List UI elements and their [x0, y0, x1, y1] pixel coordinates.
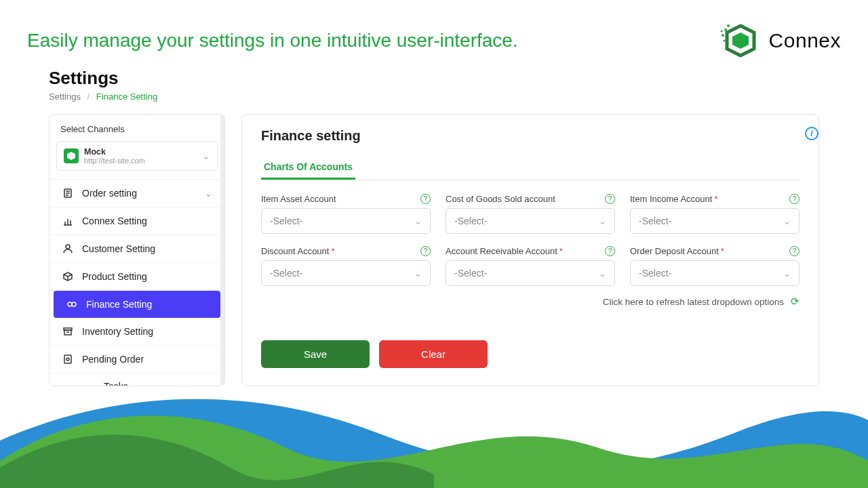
select-cogs-account[interactable]: -Select-⌄ [446, 208, 615, 234]
chevron-down-icon: ⌄ [414, 268, 422, 279]
tab-charts-of-accounts[interactable]: Charts Of Accounts [261, 156, 355, 180]
sidebar-item-label: Connex Setting [82, 216, 147, 226]
svg-point-11 [72, 302, 76, 306]
info-icon[interactable]: i [805, 127, 818, 140]
help-icon[interactable]: ? [420, 246, 431, 256]
breadcrumb-separator: / [87, 92, 90, 102]
field-order-deposit-account: Order Deposit Account*? -Select-⌄ [630, 246, 800, 286]
sidebar-item-label: Inventory Setting [82, 326, 153, 337]
sidebar-nav: Order setting ⌄ Connex Setting Customer … [50, 179, 224, 386]
svg-point-3 [722, 34, 724, 37]
breadcrumb: Settings / Finance Setting [49, 92, 819, 102]
sidebar-item-customer-setting[interactable]: Customer Setting [50, 235, 224, 263]
pending-icon [62, 353, 74, 365]
select-discount-account[interactable]: -Select-⌄ [261, 260, 431, 286]
channel-name: Mock [84, 147, 197, 157]
svg-point-4 [723, 40, 725, 42]
chevron-down-icon: ⌄ [202, 150, 210, 161]
bar-chart-icon [62, 215, 74, 227]
select-item-income-account[interactable]: -Select-⌄ [630, 208, 800, 234]
main-panel: Finance setting i Charts Of Accounts Ite… [241, 114, 819, 386]
refresh-icon[interactable]: ⟳ [791, 296, 800, 308]
user-icon [62, 243, 74, 255]
decorative-wave [0, 373, 868, 488]
sidebar-item-label: Finance Setting [86, 299, 152, 310]
field-label: Discount Account [261, 246, 329, 256]
svg-point-15 [66, 358, 69, 361]
sidebar: Select Channels Mock http://test-site.co… [49, 114, 225, 386]
field-cogs-account: Cost of Goods Sold account? -Select-⌄ [446, 194, 615, 234]
required-indicator: * [331, 246, 334, 256]
clear-button[interactable]: Clear [379, 340, 488, 368]
brand: Connex [720, 20, 841, 61]
field-item-income-account: Item Income Account*? -Select-⌄ [630, 194, 800, 234]
sidebar-item-label: Tasks [104, 381, 128, 386]
sidebar-item-order-setting[interactable]: Order setting ⌄ [50, 180, 224, 207]
chevron-down-icon: ⌄ [783, 268, 791, 279]
main-title: Finance setting [261, 128, 800, 144]
field-label: Item Asset Account [261, 194, 336, 204]
brand-name: Connex [769, 29, 841, 52]
required-indicator: * [721, 246, 724, 256]
page-title: Settings [49, 68, 819, 89]
field-account-receivable: Account Receivable Account*? -Select-⌄ [446, 246, 615, 286]
required-indicator: * [559, 246, 563, 256]
field-label: Cost of Goods Sold account [446, 194, 555, 204]
clipboard-icon [62, 187, 74, 199]
sidebar-item-label: Order setting [82, 188, 137, 199]
field-discount-account: Discount Account*? -Select-⌄ [261, 246, 431, 286]
help-icon[interactable]: ? [605, 194, 615, 204]
help-icon[interactable]: ? [605, 246, 615, 256]
required-indicator: * [714, 194, 717, 204]
chevron-down-icon: ⌄ [414, 216, 422, 226]
select-item-asset-account[interactable]: -Select-⌄ [261, 208, 431, 234]
sidebar-item-pending-order[interactable]: Pending Order [50, 346, 224, 373]
box-icon [62, 270, 74, 283]
channel-icon [64, 148, 79, 163]
channel-selector[interactable]: Mock http://test-site.com ⌄ [56, 141, 218, 171]
channel-url: http://test-site.com [84, 157, 197, 165]
sidebar-item-label: Product Setting [82, 271, 147, 282]
sidebar-item-finance-setting[interactable]: Finance Setting [54, 291, 220, 318]
svg-point-6 [720, 30, 722, 33]
archive-icon [62, 325, 74, 338]
svg-point-9 [66, 245, 70, 249]
select-account-receivable[interactable]: -Select-⌄ [446, 260, 615, 286]
help-icon[interactable]: ? [420, 194, 431, 204]
breadcrumb-root[interactable]: Settings [49, 92, 81, 102]
chevron-down-icon: ⌄ [599, 268, 606, 279]
help-icon[interactable]: ? [789, 246, 800, 256]
sidebar-item-product-setting[interactable]: Product Setting [50, 263, 224, 291]
svg-point-2 [724, 28, 727, 31]
sidebar-item-connex-setting[interactable]: Connex Setting [50, 207, 224, 235]
svg-marker-1 [732, 33, 749, 49]
brand-logo-icon [720, 20, 761, 61]
sidebar-item-tasks[interactable]: Tasks [50, 373, 224, 386]
sidebar-item-inventory-setting[interactable]: Inventory Setting [50, 318, 224, 346]
chevron-down-icon: ⌄ [783, 216, 791, 226]
field-label: Item Income Account [630, 194, 712, 204]
svg-rect-14 [64, 355, 71, 363]
sidebar-channels-label: Select Channels [50, 124, 224, 141]
finance-icon [66, 298, 78, 310]
chevron-down-icon: ⌄ [599, 216, 606, 226]
sidebar-item-label: Customer Setting [82, 243, 155, 254]
sidebar-item-label: Pending Order [82, 354, 144, 365]
tagline: Easily manage your settings in one intui… [27, 30, 518, 52]
field-label: Order Deposit Account [630, 246, 719, 256]
save-button[interactable]: Save [261, 340, 370, 368]
help-icon[interactable]: ? [789, 194, 800, 204]
select-order-deposit-account[interactable]: -Select-⌄ [630, 260, 800, 286]
svg-point-10 [68, 302, 72, 306]
refresh-text[interactable]: Click here to refresh latest dropdown op… [603, 297, 784, 307]
breadcrumb-current: Finance Setting [96, 92, 157, 102]
field-label: Account Receivable Account [446, 246, 557, 256]
svg-marker-7 [67, 152, 75, 160]
field-item-asset-account: Item Asset Account? -Select-⌄ [261, 194, 431, 234]
svg-point-5 [727, 24, 730, 27]
chevron-down-icon: ⌄ [205, 188, 212, 199]
